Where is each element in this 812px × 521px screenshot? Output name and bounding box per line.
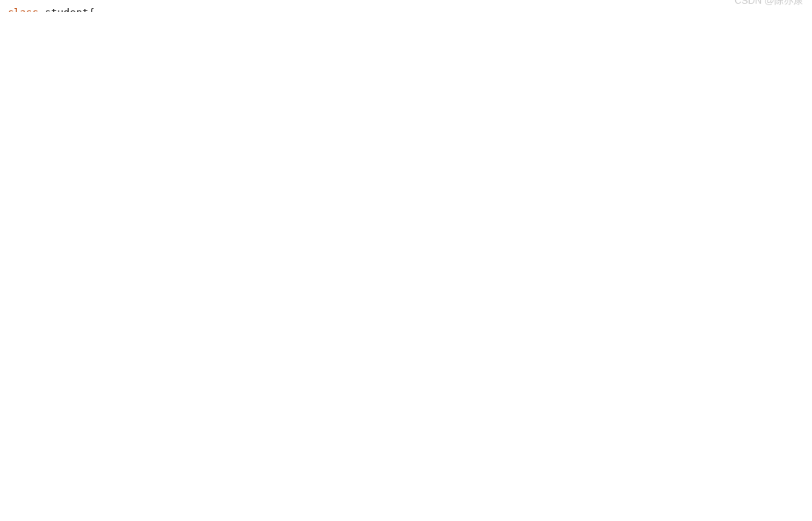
student-class-code: class student{ public String name; priva… — [7, 4, 348, 12]
left-code-block: class student{ public String name; priva… — [7, 4, 348, 12]
watermark: CSDN @陈亦康 — [734, 0, 803, 7]
